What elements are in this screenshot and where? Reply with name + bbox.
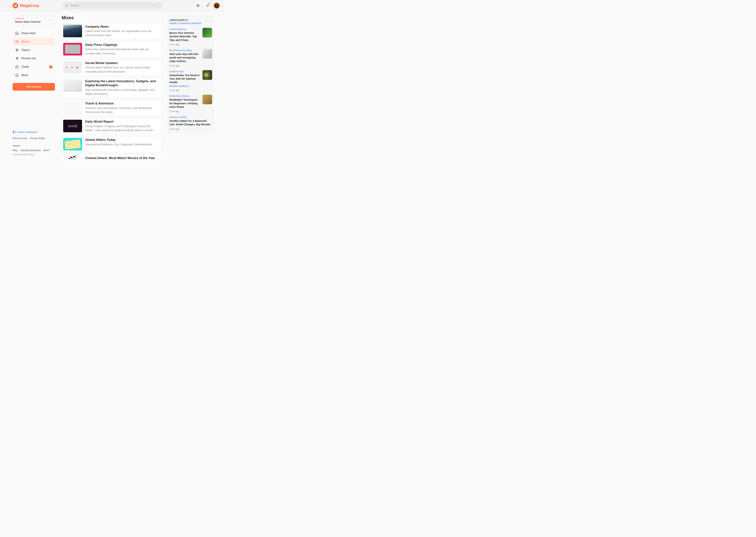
- mix-card[interactable]: Cinema Digest. Must-Watch Movies of the …: [62, 154, 161, 159]
- link-more[interactable]: More: [44, 148, 52, 153]
- nav-label: Mixes: [21, 40, 29, 43]
- mix-description: Follow the national and international me…: [85, 47, 158, 55]
- mix-thumbnail: [63, 61, 82, 74]
- sidebar-footer: Admin dashboard Terms of Use Privacy Pol…: [13, 131, 55, 159]
- post-thumbnail: [202, 70, 212, 80]
- mix-card[interactable]: Travel & AdventureDiscover new destinati…: [62, 100, 161, 116]
- mix-thumbnail: [63, 79, 82, 92]
- nav-topics[interactable]: Topics: [13, 46, 55, 54]
- mix-description: Stay updated with the latest in technolo…: [85, 88, 158, 96]
- nav-more[interactable]: More: [13, 71, 55, 79]
- brand-name: MegaCorp: [20, 3, 39, 8]
- svg-point-2: [197, 5, 198, 6]
- post-timestamp: 5 min ago: [169, 43, 212, 46]
- mix-title: Social Media Updates: [85, 61, 158, 65]
- nav-mixes[interactable]: Mixes: [13, 38, 55, 46]
- nav-chats[interactable]: Chats 2: [13, 63, 55, 71]
- mix-thumbnail: [63, 102, 82, 114]
- post-title: Healthy Habits for a Balanced Life: Smal…: [169, 119, 212, 126]
- chats-badge: 2: [49, 65, 53, 68]
- post-timestamp: 5 min ago: [169, 110, 212, 113]
- post-item[interactable]: Nutrition DailySuperfoods You Need in Yo…: [169, 70, 212, 92]
- nav-pinned-mix[interactable]: Pinned mix: [13, 55, 55, 62]
- nav-label: Topics: [21, 48, 30, 52]
- sidebar: Channel News feed channel News feed Mixe…: [0, 11, 62, 159]
- legal-links-row-1: Terms of Use Privacy Policy Imprint: [13, 136, 55, 148]
- mixes-list: Company NewsLatest news from the media, …: [62, 23, 161, 159]
- shortcut-hint: ⌘ F: [152, 4, 159, 7]
- avatar-icon: [214, 3, 219, 8]
- mix-body: Social Media UpdatesGet the latest updat…: [85, 61, 160, 74]
- panel-source-selector[interactable]: Latest posts in Health & Wellness Networ…: [169, 19, 212, 25]
- settings-button[interactable]: [194, 2, 201, 9]
- copyright: © tchop GmbH 2017: [13, 153, 55, 156]
- bell-icon: [206, 4, 209, 7]
- post-item[interactable]: Health MagazineBoost Your Immune System …: [169, 28, 212, 46]
- link-privacy[interactable]: Privacy Policy: [30, 136, 45, 141]
- mix-card[interactable]: Exploring the Latest Innovations, Gadget…: [62, 78, 161, 98]
- post-hashtags: #health #wellness: [169, 85, 212, 88]
- svg-point-0: [66, 5, 68, 7]
- post-thumbnail: [202, 95, 212, 104]
- chevron-down-icon: [209, 20, 212, 22]
- mix-card[interactable]: Social Media UpdatesGet the latest updat…: [62, 60, 161, 75]
- post-item[interactable]: Wellness WeeklyHealthy Habits for a Bala…: [169, 116, 212, 130]
- svg-line-8: [17, 49, 18, 52]
- link-faq[interactable]: FAQ: [13, 148, 18, 153]
- user-avatar[interactable]: [214, 2, 220, 9]
- mix-body: Company NewsLatest news from the media, …: [85, 25, 160, 37]
- post-thumbnail: [202, 28, 212, 37]
- mix-thumbnail: world: [63, 120, 82, 132]
- admin-link-label: Admin dashboard: [18, 131, 37, 134]
- sidebar-nav: News feed Mixes Topics Pinned mix Chats …: [13, 29, 55, 79]
- post-item[interactable]: @FitnessGuruBlogStart your day with this…: [169, 49, 212, 67]
- legal-links-row-2: FAQ General Questions More: [13, 148, 55, 153]
- mix-card[interactable]: worldDaily World ReportHuman Rights: Pro…: [62, 118, 161, 134]
- mix-body: Daily World ReportHuman Rights: Progress…: [85, 120, 160, 132]
- mix-body: Daily Press ClippingsFollow the national…: [85, 43, 160, 56]
- svg-line-1: [67, 6, 68, 7]
- mix-description: Human Rights: Progress and Challenges Ar…: [85, 124, 158, 132]
- post-source: Wellness Weekly: [169, 116, 212, 118]
- post-timestamp: 5 min ago: [169, 89, 212, 92]
- panel-source: Health & Wellness Network: [169, 22, 212, 25]
- mix-body: Travel & AdventureDiscover new destinati…: [85, 102, 160, 114]
- mix-thumbnail: [63, 156, 82, 159]
- nav-news-feed[interactable]: News feed: [13, 29, 55, 37]
- page-title: Mixes: [62, 15, 161, 20]
- link-terms[interactable]: Terms of Use: [13, 136, 27, 141]
- link-general[interactable]: General Questions: [20, 148, 41, 153]
- chevron-down-icon: [50, 19, 52, 22]
- channel-selector[interactable]: Channel News feed channel: [13, 15, 55, 25]
- search-input[interactable]: [70, 4, 150, 7]
- mix-thumbnail: [63, 138, 82, 150]
- add-content-button[interactable]: Add content: [13, 83, 55, 91]
- mix-card[interactable]: Company NewsLatest news from the media, …: [62, 23, 161, 39]
- header-actions: [194, 2, 220, 9]
- brand-logo-icon: M: [13, 3, 18, 8]
- mix-title: Daily World Report: [85, 120, 158, 124]
- admin-dashboard-link[interactable]: Admin dashboard: [13, 131, 55, 134]
- svg-point-12: [16, 74, 19, 77]
- mix-card[interactable]: Global Affairs TodayInternational Relati…: [62, 136, 161, 152]
- post-thumbnail: [202, 49, 212, 59]
- post-item[interactable]: Mindfulness MattersMeditation Techniques…: [169, 95, 212, 113]
- posts-list: Health MagazineBoost Your Immune System …: [169, 28, 212, 130]
- nav-label: Pinned mix: [21, 57, 36, 60]
- kbd-cmd: ⌘: [152, 4, 155, 7]
- svg-rect-4: [16, 41, 19, 43]
- mix-title: Global Affairs Today: [85, 138, 158, 142]
- notifications-button[interactable]: [204, 2, 211, 9]
- right-column: Latest posts in Health & Wellness Networ…: [167, 15, 215, 159]
- app-header: M MegaCorp ⌘ F: [0, 0, 224, 11]
- brand[interactable]: M MegaCorp: [13, 3, 39, 8]
- mix-description: Get the latest updates from our various …: [85, 65, 158, 73]
- toggle-icon: [13, 131, 17, 133]
- mix-title: Travel & Adventure: [85, 102, 158, 105]
- gear-icon: [196, 4, 199, 7]
- mix-body: Cinema Digest. Must-Watch Movies of the …: [85, 156, 160, 159]
- x-icon: [169, 49, 172, 51]
- search-field[interactable]: ⌘ F: [63, 2, 162, 9]
- mix-card[interactable]: Daily Press ClippingsFollow the national…: [62, 41, 161, 57]
- link-imprint[interactable]: Imprint: [13, 144, 20, 148]
